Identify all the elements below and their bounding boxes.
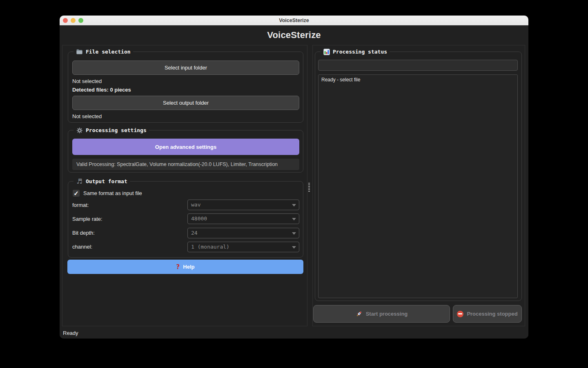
bit-depth-dropdown[interactable]: 24	[187, 228, 299, 238]
input-folder-status: Not selected	[72, 78, 102, 84]
file-selection-group-title: File selection	[86, 48, 131, 56]
processing-status-group-label: Processing status	[321, 48, 390, 56]
chevron-down-icon	[292, 246, 296, 249]
window-title: VoiceSterize	[60, 16, 528, 25]
channel-label: channel:	[72, 244, 92, 250]
start-processing-button-label: Start processing	[366, 311, 408, 317]
checkmark-icon[interactable]: ✓	[73, 190, 80, 197]
channel-dropdown-value: 1 (monaural)	[191, 242, 229, 252]
select-input-folder-button[interactable]: Select input folder	[72, 61, 299, 75]
right-pane: Processing status Ready - select file	[312, 45, 525, 326]
format-dropdown-value: wav	[191, 200, 200, 210]
processing-settings-group-label: Processing settings	[74, 126, 149, 134]
chevron-down-icon	[292, 218, 296, 220]
help-button-label: Help	[183, 264, 194, 270]
bar-chart-icon	[323, 48, 330, 55]
channel-dropdown[interactable]: 1 (monaural)	[187, 242, 299, 252]
question-mark-icon: ?	[176, 263, 180, 271]
progress-bar	[318, 60, 518, 71]
chevron-down-icon	[292, 204, 296, 206]
gear-icon	[76, 127, 83, 134]
titlebar: VoiceSterize	[60, 16, 528, 25]
stop-processing-button-label: Processing stopped	[467, 311, 517, 317]
bit-depth-dropdown-value: 24	[191, 228, 198, 238]
same-format-checkbox[interactable]: ✓ Same format as input file	[73, 190, 142, 197]
output-format-group-label: ♬ Output format	[74, 177, 130, 185]
start-processing-button[interactable]: Start processing	[313, 305, 450, 323]
bit-depth-label: Bit depth:	[72, 230, 95, 236]
desktop-background: VoiceSterize VoiceSterize File selec	[0, 0, 588, 368]
output-folder-status: Not selected	[72, 113, 102, 119]
chevron-down-icon	[292, 232, 296, 235]
format-label: format:	[72, 202, 89, 208]
processing-summary: Valid Processing: SpectralGate, Volume n…	[72, 159, 299, 170]
sample-rate-dropdown[interactable]: 48000	[187, 213, 299, 224]
processing-settings-group-title: Processing settings	[86, 126, 147, 134]
no-entry-icon	[457, 311, 463, 317]
open-advanced-settings-button[interactable]: Open advanced settings	[72, 139, 299, 155]
select-output-folder-button[interactable]: Select output folder	[72, 96, 299, 110]
output-format-group-title: Output format	[86, 177, 127, 185]
processing-settings-group: Processing settings Open advanced settin…	[68, 130, 303, 173]
app-heading: VoiceSterize	[60, 30, 528, 40]
sample-rate-label: Sample rate:	[72, 216, 102, 222]
status-bar: Ready	[60, 327, 528, 339]
app-window: VoiceSterize VoiceSterize File selec	[60, 16, 528, 339]
status-bar-text: Ready	[63, 330, 78, 336]
rocket-icon	[356, 310, 363, 317]
same-format-checkbox-label: Same format as input file	[83, 190, 142, 196]
help-button[interactable]: ? Help	[67, 260, 303, 274]
processing-status-group: Processing status Ready - select file	[315, 52, 522, 301]
stop-processing-button[interactable]: Processing stopped	[453, 305, 522, 323]
detected-files-count: Detected files: 0 pieces	[72, 87, 131, 93]
processing-log[interactable]: Ready - select file	[318, 74, 518, 298]
music-note-icon: ♬	[76, 178, 83, 185]
processing-status-group-title: Processing status	[333, 48, 387, 56]
output-format-group: ♬ Output format ✓ Same format as input f…	[68, 181, 303, 258]
left-pane: File selection Select input folder Not s…	[62, 45, 307, 326]
folder-icon	[76, 48, 83, 55]
format-dropdown[interactable]: wav	[187, 200, 299, 210]
sample-rate-dropdown-value: 48000	[191, 214, 207, 224]
window-content: VoiceSterize File selection Sele	[60, 25, 528, 339]
pane-splitter-handle[interactable]	[308, 183, 310, 192]
file-selection-group: File selection Select input folder Not s…	[68, 52, 303, 123]
file-selection-group-label: File selection	[74, 48, 133, 56]
